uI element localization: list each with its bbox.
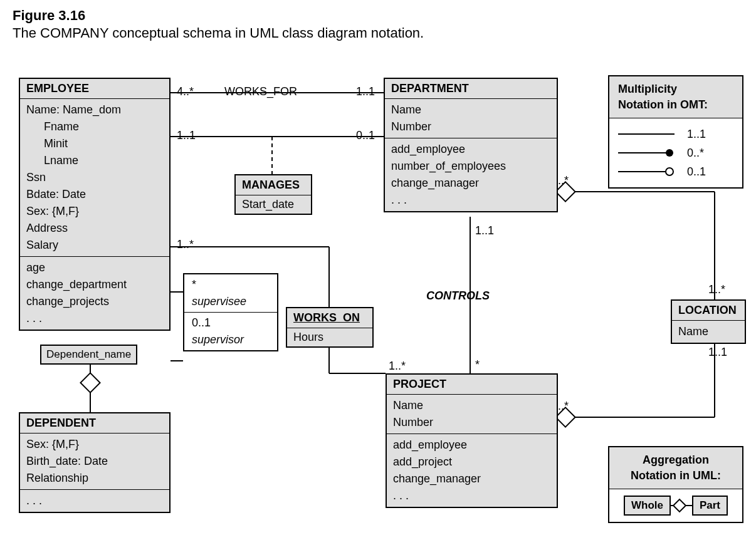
op: add_project xyxy=(393,454,550,470)
op: number_of_employees xyxy=(391,158,550,175)
class-department-attrs: Name Number xyxy=(385,98,557,138)
legend-multiplicity-title: Multiplicity Notation in OMT: xyxy=(609,76,742,118)
class-dependent-title: DEPENDENT xyxy=(20,413,169,433)
attr: Sex: {M,F} xyxy=(26,203,163,220)
class-employee-ops: age change_department change_projects . … xyxy=(20,256,169,330)
line-filled-circle-icon xyxy=(618,148,675,157)
op: change_manager xyxy=(391,175,550,192)
figure-number: Figure 3.16 xyxy=(13,8,743,24)
attr: Salary xyxy=(26,237,163,254)
mult-manages-dept: 0..1 xyxy=(356,129,375,142)
legend-row: 1..1 xyxy=(618,125,733,143)
class-dependent-ops: . . . xyxy=(20,489,169,512)
legend-row: 0..* xyxy=(618,143,733,162)
attr: Name: Name_dom xyxy=(26,101,163,118)
mult-supervisor: 0..1 xyxy=(192,316,270,330)
class-department: DEPARTMENT Name Number add_employee numb… xyxy=(384,78,558,212)
op: add_employee xyxy=(391,141,550,158)
line-hollow-circle-icon xyxy=(618,167,675,176)
legend-aggregation-title: Aggregation Notation in UML: xyxy=(609,447,742,489)
attr: Minit xyxy=(26,135,163,152)
assoc-class-manages: MANAGES Start_date xyxy=(234,174,312,215)
assoc-class-manages-attr: Start_date xyxy=(236,195,311,214)
class-employee-title: EMPLOYEE xyxy=(20,79,169,98)
assoc-class-works-on: WORKS_ON Hours xyxy=(286,307,374,348)
attr: Ssn xyxy=(26,169,163,186)
line-icon xyxy=(618,130,675,138)
legend-aggregation: Aggregation Notation in UML: Whole Part xyxy=(608,446,743,523)
op: add_employee xyxy=(393,437,550,454)
attr: Bdate: Date xyxy=(26,186,163,203)
class-project: PROJECT Name Number add_employee add_pro… xyxy=(386,373,558,508)
role-supervisor-label: supervisor xyxy=(192,333,270,346)
attr: Number xyxy=(393,414,550,431)
class-dependent: DEPENDENT Sex: {M,F} Birth_date: Date Re… xyxy=(19,412,171,513)
op: change_projects xyxy=(26,293,163,310)
assoc-works-for-name: WORKS_FOR xyxy=(224,85,297,98)
svg-rect-11 xyxy=(80,373,100,392)
op: . . . xyxy=(391,192,550,209)
class-location-attrs: Name xyxy=(672,320,745,343)
mult-works-on-proj: 1..* xyxy=(389,360,406,373)
diagram-canvas: 4..* WORKS_FOR 1..1 1..1 0..1 1..* 1..* … xyxy=(13,66,743,540)
attr: Lname xyxy=(26,152,163,169)
class-project-title: PROJECT xyxy=(387,375,557,394)
class-department-title: DEPARTMENT xyxy=(385,79,557,98)
svg-point-20 xyxy=(666,149,673,157)
class-location: LOCATION Name xyxy=(671,299,746,344)
assoc-controls-name: CONTROLS xyxy=(426,289,490,303)
figure-caption: The COMPANY conceptual schema in UML cla… xyxy=(13,25,743,41)
legend-row: 0..1 xyxy=(618,162,733,181)
legend-multiplicity-body: 1..1 0..* 0..1 xyxy=(609,118,742,187)
svg-point-22 xyxy=(666,168,673,175)
mult-works-on-emp: 1..* xyxy=(177,238,194,251)
class-dependent-attrs: Sex: {M,F} Birth_date: Date Relationship xyxy=(20,433,169,489)
attr: Sex: {M,F} xyxy=(26,436,163,453)
mult-controls-dept: 1..1 xyxy=(475,224,494,237)
attr: Name xyxy=(391,101,550,118)
mult-supervisee: * xyxy=(192,278,270,291)
assoc-class-manages-title: MANAGES xyxy=(236,175,311,195)
class-employee: EMPLOYEE Name: Name_dom Fname Minit Lnam… xyxy=(19,78,171,331)
attr: Number xyxy=(391,118,550,135)
mult-controls-proj: * xyxy=(475,358,480,371)
assoc-class-works-on-attr: Hours xyxy=(287,328,372,346)
role-supervisor: 0..1 supervisor xyxy=(184,313,277,350)
diamond-icon xyxy=(671,498,692,513)
op: change_manager xyxy=(393,470,550,487)
attr: Name xyxy=(678,323,738,340)
class-project-attrs: Name Number xyxy=(387,394,557,434)
role-supervision: * supervisee 0..1 supervisor xyxy=(183,273,278,351)
mult-dept-loc-loc: 1..* xyxy=(708,283,725,296)
op: . . . xyxy=(26,310,163,327)
attr: Relationship xyxy=(26,470,163,487)
class-employee-attrs: Name: Name_dom Fname Minit Lname Ssn Bda… xyxy=(20,98,169,256)
legend-label: 1..1 xyxy=(687,128,706,141)
mult-works-for-dept: 1..1 xyxy=(356,85,375,98)
role-supervisee-label: supervisee xyxy=(192,295,270,308)
mult-proj-loc-loc: 1..1 xyxy=(708,346,727,359)
class-department-ops: add_employee number_of_employees change_… xyxy=(385,138,557,211)
legend-label: 0..1 xyxy=(687,165,706,179)
role-supervisee: * supervisee xyxy=(184,274,277,313)
op: . . . xyxy=(393,487,550,504)
op: change_department xyxy=(26,276,163,293)
assoc-class-works-on-title: WORKS_ON xyxy=(287,308,372,328)
class-project-ops: add_employee add_project change_manager … xyxy=(387,434,557,507)
attr: Birth_date: Date xyxy=(26,453,163,470)
legend-label: 0..* xyxy=(687,147,704,160)
legend-aggregation-body: Whole Part xyxy=(609,489,742,522)
attr: Address xyxy=(26,220,163,237)
legend-multiplicity: Multiplicity Notation in OMT: 1..1 0..* … xyxy=(608,75,743,189)
svg-rect-24 xyxy=(673,499,686,512)
qualifier-dependent-name: Dependent_name xyxy=(40,345,137,365)
mult-manages-emp: 1..1 xyxy=(177,129,196,142)
mult-works-for-emp: 4..* xyxy=(177,85,194,98)
class-location-title: LOCATION xyxy=(672,301,745,320)
attr: Name xyxy=(393,397,550,414)
legend-whole-box: Whole xyxy=(624,496,671,516)
legend-part-box: Part xyxy=(692,496,728,516)
op: . . . xyxy=(26,492,163,509)
attr: Fname xyxy=(26,118,163,135)
op: age xyxy=(26,259,163,276)
